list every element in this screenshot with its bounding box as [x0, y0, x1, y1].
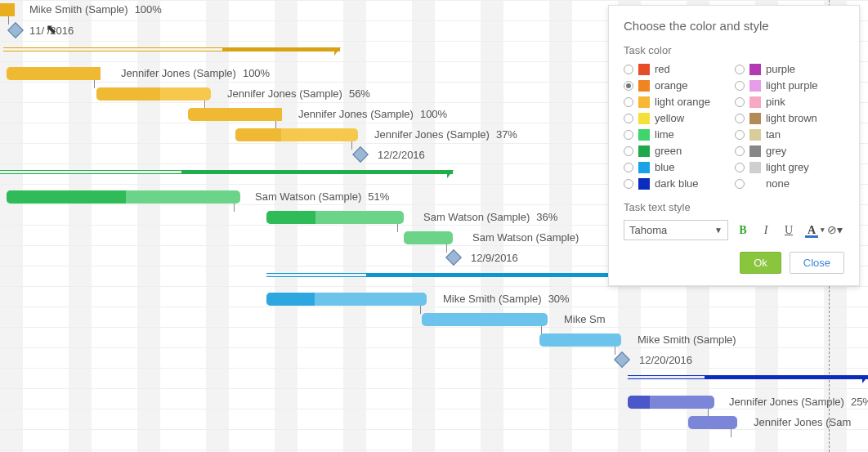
- color-option-light-grey[interactable]: light grey: [735, 161, 818, 173]
- color-option-purple[interactable]: purple: [735, 63, 818, 75]
- radio-icon: [624, 65, 633, 74]
- task-bar[interactable]: [0, 3, 15, 16]
- summary-bar[interactable]: [3, 47, 340, 56]
- milestone-date: 12/20/2016: [639, 354, 692, 366]
- task-label: Mike Smith (Sample)30%: [443, 293, 570, 305]
- cursor-icon: ⬉: [46, 21, 56, 37]
- color-name: green: [655, 145, 682, 157]
- task-bar[interactable]: [422, 313, 548, 326]
- task-label: Mike Sm: [564, 313, 606, 325]
- color-swatch: [638, 113, 650, 124]
- color-option-dark-blue[interactable]: dark blue: [624, 177, 710, 190]
- summary-bar[interactable]: [0, 170, 453, 178]
- task-bar[interactable]: [235, 128, 358, 141]
- milestone[interactable]: [352, 146, 369, 163]
- milestone[interactable]: [445, 249, 462, 266]
- color-name: none: [766, 177, 790, 190]
- ok-button[interactable]: Ok: [740, 252, 781, 274]
- radio-icon: [735, 163, 745, 172]
- task-bar[interactable]: [266, 211, 404, 224]
- color-option-tan[interactable]: tan: [735, 128, 818, 141]
- radio-icon: [735, 130, 745, 140]
- color-option-none[interactable]: none: [735, 177, 818, 190]
- task-bar[interactable]: [266, 293, 427, 306]
- task-label: Jennifer Jones (Sample)56%: [227, 87, 370, 100]
- color-option-light-orange[interactable]: light orange: [624, 96, 710, 108]
- task-label: Jennifer Jones (Sample)25%: [729, 396, 868, 408]
- milestone[interactable]: [614, 351, 630, 368]
- color-swatch: [749, 162, 761, 173]
- task-bar[interactable]: [628, 396, 714, 409]
- milestone[interactable]: [7, 22, 24, 38]
- color-option-lime[interactable]: lime: [624, 128, 710, 141]
- task-label: Jennifer Jones (Sample)100%: [298, 108, 447, 120]
- radio-icon: [735, 114, 745, 123]
- color-option-orange[interactable]: orange: [624, 79, 710, 92]
- color-option-light-brown[interactable]: light brown: [735, 112, 818, 124]
- task-label: Jennifer Jones (Sam: [754, 416, 851, 428]
- color-swatch: [749, 129, 761, 141]
- color-option-green[interactable]: green: [624, 145, 710, 157]
- task-bar[interactable]: [539, 333, 621, 347]
- color-option-yellow[interactable]: yellow: [624, 112, 710, 124]
- radio-icon: [624, 163, 633, 172]
- radio-icon: [624, 81, 633, 91]
- font-color-button[interactable]: A▾: [803, 222, 820, 239]
- summary-bar[interactable]: [266, 273, 621, 281]
- task-label: Jennifer Jones (Sample)100%: [121, 67, 270, 79]
- milestone-date: 12/2/2016: [378, 149, 425, 161]
- radio-icon: [624, 179, 633, 189]
- task-bar[interactable]: [7, 67, 101, 80]
- link-button[interactable]: ⊘▾: [826, 222, 843, 239]
- task-bar[interactable]: [688, 416, 737, 429]
- task-label: Sam Watson (Sample)51%: [255, 190, 389, 203]
- color-swatch: [638, 145, 650, 157]
- task-bar[interactable]: [188, 108, 282, 121]
- color-name: red: [655, 63, 670, 75]
- task-color-label: Task color: [624, 44, 844, 56]
- milestone-date: 12/9/2016: [471, 252, 518, 264]
- radio-icon: [735, 179, 745, 189]
- color-option-pink[interactable]: pink: [735, 96, 818, 108]
- task-label: Mike Smith (Sample)100%: [29, 3, 162, 16]
- color-name: dark blue: [655, 177, 698, 190]
- font-select[interactable]: Tahoma ▼: [624, 220, 728, 240]
- color-name: grey: [766, 145, 786, 157]
- color-swatch: [638, 80, 650, 92]
- underline-button[interactable]: U: [781, 222, 797, 239]
- radio-icon: [624, 146, 633, 156]
- color-swatch: [638, 96, 650, 108]
- dialog-title: Choose the color and style: [624, 19, 844, 33]
- color-option-grey[interactable]: grey: [735, 145, 818, 157]
- color-name: tan: [766, 128, 781, 141]
- task-label: Mike Smith (Sample): [638, 333, 736, 346]
- radio-icon: [624, 97, 633, 107]
- color-swatch: [638, 129, 650, 141]
- font-select-value: Tahoma: [629, 224, 667, 236]
- color-name: light orange: [655, 96, 710, 108]
- task-bar[interactable]: [96, 87, 211, 101]
- bold-button[interactable]: B: [735, 222, 751, 239]
- color-name: light purple: [766, 79, 818, 92]
- radio-icon: [624, 114, 633, 123]
- color-option-light-purple[interactable]: light purple: [735, 79, 818, 92]
- chevron-down-icon: ▼: [714, 226, 723, 235]
- color-swatch: [749, 96, 761, 108]
- color-name: blue: [655, 161, 675, 173]
- color-swatch: [749, 80, 761, 92]
- task-label: Sam Watson (Sample): [472, 231, 579, 244]
- color-option-red[interactable]: red: [624, 63, 710, 75]
- color-swatch: [638, 178, 650, 190]
- task-bar[interactable]: [404, 231, 453, 244]
- color-style-dialog: Choose the color and style Task color re…: [608, 5, 860, 286]
- task-bar[interactable]: [7, 190, 240, 204]
- radio-icon: [735, 97, 745, 107]
- radio-icon: [624, 130, 633, 140]
- color-option-blue[interactable]: blue: [624, 161, 710, 173]
- color-name: orange: [655, 79, 687, 92]
- color-name: light brown: [766, 112, 817, 124]
- close-button[interactable]: Close: [790, 252, 844, 274]
- italic-button[interactable]: I: [758, 222, 774, 239]
- color-name: lime: [655, 128, 674, 141]
- summary-bar[interactable]: [628, 375, 868, 383]
